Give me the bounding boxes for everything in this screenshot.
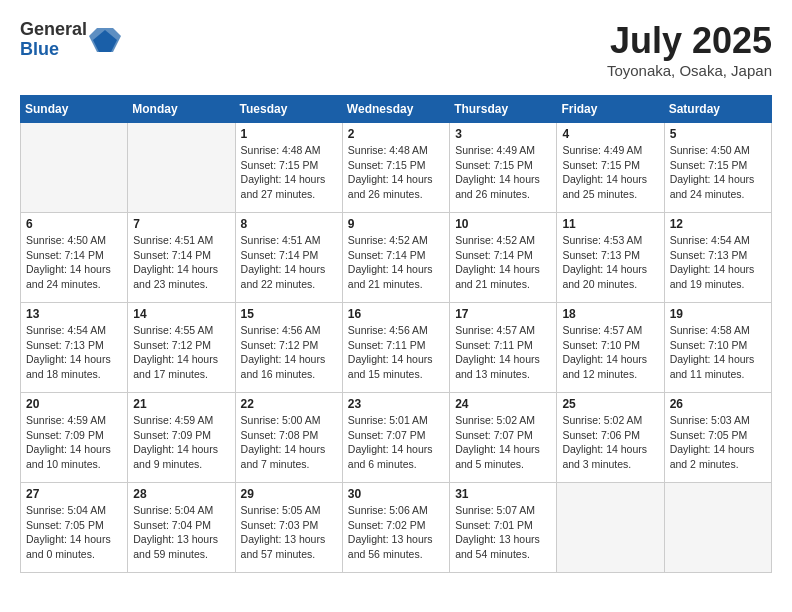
day-info: Sunrise: 4:51 AM Sunset: 7:14 PM Dayligh… xyxy=(133,233,229,292)
week-row-1: 1Sunrise: 4:48 AM Sunset: 7:15 PM Daylig… xyxy=(21,123,772,213)
day-cell: 6Sunrise: 4:50 AM Sunset: 7:14 PM Daylig… xyxy=(21,213,128,303)
day-info: Sunrise: 4:57 AM Sunset: 7:11 PM Dayligh… xyxy=(455,323,551,382)
day-cell: 7Sunrise: 4:51 AM Sunset: 7:14 PM Daylig… xyxy=(128,213,235,303)
day-info: Sunrise: 5:07 AM Sunset: 7:01 PM Dayligh… xyxy=(455,503,551,562)
day-cell: 23Sunrise: 5:01 AM Sunset: 7:07 PM Dayli… xyxy=(342,393,449,483)
location: Toyonaka, Osaka, Japan xyxy=(607,62,772,79)
day-cell: 2Sunrise: 4:48 AM Sunset: 7:15 PM Daylig… xyxy=(342,123,449,213)
day-info: Sunrise: 4:50 AM Sunset: 7:14 PM Dayligh… xyxy=(26,233,122,292)
day-number: 30 xyxy=(348,487,444,501)
day-cell: 28Sunrise: 5:04 AM Sunset: 7:04 PM Dayli… xyxy=(128,483,235,573)
day-number: 15 xyxy=(241,307,337,321)
weekday-header-friday: Friday xyxy=(557,96,664,123)
day-info: Sunrise: 4:57 AM Sunset: 7:10 PM Dayligh… xyxy=(562,323,658,382)
day-number: 29 xyxy=(241,487,337,501)
day-info: Sunrise: 4:50 AM Sunset: 7:15 PM Dayligh… xyxy=(670,143,766,202)
day-info: Sunrise: 4:49 AM Sunset: 7:15 PM Dayligh… xyxy=(562,143,658,202)
day-cell: 8Sunrise: 4:51 AM Sunset: 7:14 PM Daylig… xyxy=(235,213,342,303)
day-cell: 4Sunrise: 4:49 AM Sunset: 7:15 PM Daylig… xyxy=(557,123,664,213)
day-cell: 31Sunrise: 5:07 AM Sunset: 7:01 PM Dayli… xyxy=(450,483,557,573)
day-number: 6 xyxy=(26,217,122,231)
day-cell: 15Sunrise: 4:56 AM Sunset: 7:12 PM Dayli… xyxy=(235,303,342,393)
day-cell: 17Sunrise: 4:57 AM Sunset: 7:11 PM Dayli… xyxy=(450,303,557,393)
day-info: Sunrise: 5:02 AM Sunset: 7:06 PM Dayligh… xyxy=(562,413,658,472)
day-number: 17 xyxy=(455,307,551,321)
weekday-header-monday: Monday xyxy=(128,96,235,123)
day-number: 16 xyxy=(348,307,444,321)
day-number: 7 xyxy=(133,217,229,231)
day-cell: 12Sunrise: 4:54 AM Sunset: 7:13 PM Dayli… xyxy=(664,213,771,303)
day-info: Sunrise: 5:01 AM Sunset: 7:07 PM Dayligh… xyxy=(348,413,444,472)
day-cell: 1Sunrise: 4:48 AM Sunset: 7:15 PM Daylig… xyxy=(235,123,342,213)
day-info: Sunrise: 4:58 AM Sunset: 7:10 PM Dayligh… xyxy=(670,323,766,382)
day-number: 19 xyxy=(670,307,766,321)
day-number: 5 xyxy=(670,127,766,141)
day-cell xyxy=(21,123,128,213)
day-number: 31 xyxy=(455,487,551,501)
day-number: 8 xyxy=(241,217,337,231)
day-info: Sunrise: 5:00 AM Sunset: 7:08 PM Dayligh… xyxy=(241,413,337,472)
day-info: Sunrise: 4:56 AM Sunset: 7:12 PM Dayligh… xyxy=(241,323,337,382)
day-number: 21 xyxy=(133,397,229,411)
day-info: Sunrise: 4:53 AM Sunset: 7:13 PM Dayligh… xyxy=(562,233,658,292)
title-block: July 2025 Toyonaka, Osaka, Japan xyxy=(607,20,772,79)
week-row-4: 20Sunrise: 4:59 AM Sunset: 7:09 PM Dayli… xyxy=(21,393,772,483)
day-info: Sunrise: 4:56 AM Sunset: 7:11 PM Dayligh… xyxy=(348,323,444,382)
day-info: Sunrise: 4:52 AM Sunset: 7:14 PM Dayligh… xyxy=(455,233,551,292)
day-cell xyxy=(128,123,235,213)
day-cell: 30Sunrise: 5:06 AM Sunset: 7:02 PM Dayli… xyxy=(342,483,449,573)
week-row-5: 27Sunrise: 5:04 AM Sunset: 7:05 PM Dayli… xyxy=(21,483,772,573)
day-number: 12 xyxy=(670,217,766,231)
day-cell xyxy=(557,483,664,573)
weekday-header-saturday: Saturday xyxy=(664,96,771,123)
day-info: Sunrise: 4:55 AM Sunset: 7:12 PM Dayligh… xyxy=(133,323,229,382)
day-cell: 29Sunrise: 5:05 AM Sunset: 7:03 PM Dayli… xyxy=(235,483,342,573)
logo-icon xyxy=(89,24,121,56)
day-number: 1 xyxy=(241,127,337,141)
month-title: July 2025 xyxy=(607,20,772,62)
day-info: Sunrise: 4:54 AM Sunset: 7:13 PM Dayligh… xyxy=(670,233,766,292)
logo-blue: Blue xyxy=(20,40,87,60)
day-cell: 20Sunrise: 4:59 AM Sunset: 7:09 PM Dayli… xyxy=(21,393,128,483)
logo: General Blue xyxy=(20,20,121,60)
day-cell: 19Sunrise: 4:58 AM Sunset: 7:10 PM Dayli… xyxy=(664,303,771,393)
day-info: Sunrise: 4:54 AM Sunset: 7:13 PM Dayligh… xyxy=(26,323,122,382)
day-cell: 25Sunrise: 5:02 AM Sunset: 7:06 PM Dayli… xyxy=(557,393,664,483)
day-number: 22 xyxy=(241,397,337,411)
day-info: Sunrise: 4:52 AM Sunset: 7:14 PM Dayligh… xyxy=(348,233,444,292)
day-info: Sunrise: 5:04 AM Sunset: 7:05 PM Dayligh… xyxy=(26,503,122,562)
day-number: 14 xyxy=(133,307,229,321)
day-info: Sunrise: 5:04 AM Sunset: 7:04 PM Dayligh… xyxy=(133,503,229,562)
day-number: 18 xyxy=(562,307,658,321)
day-number: 4 xyxy=(562,127,658,141)
day-cell: 3Sunrise: 4:49 AM Sunset: 7:15 PM Daylig… xyxy=(450,123,557,213)
day-cell: 10Sunrise: 4:52 AM Sunset: 7:14 PM Dayli… xyxy=(450,213,557,303)
day-cell: 26Sunrise: 5:03 AM Sunset: 7:05 PM Dayli… xyxy=(664,393,771,483)
day-number: 23 xyxy=(348,397,444,411)
day-info: Sunrise: 4:48 AM Sunset: 7:15 PM Dayligh… xyxy=(348,143,444,202)
week-row-3: 13Sunrise: 4:54 AM Sunset: 7:13 PM Dayli… xyxy=(21,303,772,393)
day-cell: 16Sunrise: 4:56 AM Sunset: 7:11 PM Dayli… xyxy=(342,303,449,393)
day-number: 13 xyxy=(26,307,122,321)
day-cell: 14Sunrise: 4:55 AM Sunset: 7:12 PM Dayli… xyxy=(128,303,235,393)
day-cell: 27Sunrise: 5:04 AM Sunset: 7:05 PM Dayli… xyxy=(21,483,128,573)
day-cell: 24Sunrise: 5:02 AM Sunset: 7:07 PM Dayli… xyxy=(450,393,557,483)
weekday-header-wednesday: Wednesday xyxy=(342,96,449,123)
calendar-table: SundayMondayTuesdayWednesdayThursdayFrid… xyxy=(20,95,772,573)
day-number: 10 xyxy=(455,217,551,231)
day-number: 25 xyxy=(562,397,658,411)
weekday-header-thursday: Thursday xyxy=(450,96,557,123)
day-cell: 21Sunrise: 4:59 AM Sunset: 7:09 PM Dayli… xyxy=(128,393,235,483)
day-cell xyxy=(664,483,771,573)
day-cell: 9Sunrise: 4:52 AM Sunset: 7:14 PM Daylig… xyxy=(342,213,449,303)
day-number: 9 xyxy=(348,217,444,231)
day-cell: 11Sunrise: 4:53 AM Sunset: 7:13 PM Dayli… xyxy=(557,213,664,303)
day-number: 11 xyxy=(562,217,658,231)
day-info: Sunrise: 4:59 AM Sunset: 7:09 PM Dayligh… xyxy=(133,413,229,472)
weekday-header-tuesday: Tuesday xyxy=(235,96,342,123)
day-info: Sunrise: 5:03 AM Sunset: 7:05 PM Dayligh… xyxy=(670,413,766,472)
day-number: 26 xyxy=(670,397,766,411)
day-number: 28 xyxy=(133,487,229,501)
day-info: Sunrise: 4:48 AM Sunset: 7:15 PM Dayligh… xyxy=(241,143,337,202)
day-cell: 18Sunrise: 4:57 AM Sunset: 7:10 PM Dayli… xyxy=(557,303,664,393)
